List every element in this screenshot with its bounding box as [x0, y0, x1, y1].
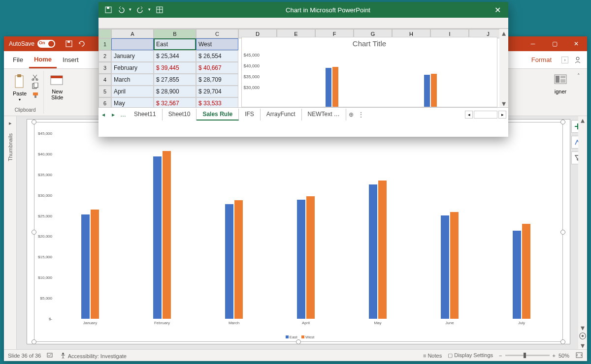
slide-canvas[interactable]: Chart Title $-$5,000$10,000$15,000$20,00… — [27, 119, 570, 344]
svg-point-18 — [62, 353, 64, 355]
tab-insert[interactable]: Insert — [58, 52, 84, 67]
chart-legend[interactable]: East West — [34, 335, 562, 339]
svg-rect-4 — [17, 74, 21, 77]
designer-button[interactable]: igner — [552, 73, 569, 95]
zoom-out-icon[interactable]: − — [499, 353, 502, 359]
tab-file[interactable]: File — [8, 52, 28, 67]
scroll-down-icon[interactable]: ▾ — [578, 324, 587, 332]
zoom-in-icon[interactable]: + — [553, 353, 556, 359]
excel-data-window: ▾ ▾ Chart in Microsoft PowerPoint ✕ ABC1… — [98, 2, 508, 137]
paste-button[interactable]: Paste ▾ — [11, 73, 29, 103]
zoom-level: 50% — [558, 353, 569, 359]
autosave-toggle[interactable]: AutoSave — [4, 40, 60, 48]
chart-object[interactable]: Chart Title $-$5,000$10,000$15,000$20,00… — [34, 122, 563, 342]
new-slide-button[interactable]: New Slide — [48, 73, 66, 101]
sheet-tab[interactable]: Sales Rule — [197, 109, 239, 121]
resize-handle[interactable] — [32, 120, 36, 124]
resize-handle[interactable] — [560, 230, 565, 235]
undo-icon[interactable] — [117, 6, 126, 14]
clipboard-group: Paste ▾ Clipboard — [7, 71, 44, 114]
resize-handle[interactable] — [560, 120, 565, 124]
collapse-ribbon-button[interactable]: ˄ — [573, 71, 584, 114]
accessibility-status[interactable]: Accessibility: Investigate — [60, 352, 127, 359]
minimize-button[interactable]: ─ — [522, 40, 544, 47]
excel-title: Chart in Microsoft PowerPoint — [169, 6, 487, 14]
svg-rect-8 — [34, 83, 38, 88]
embedded-mini-chart[interactable]: Chart Title $45,000$40,000$35,000$30,000 — [241, 37, 497, 107]
copy-icon[interactable] — [32, 83, 39, 90]
excel-body: ABC1EastWest2January$ 25,344$ 26,5543Feb… — [98, 29, 508, 107]
sheet-tab[interactable]: NEWText … — [302, 109, 346, 121]
save-icon[interactable] — [104, 6, 112, 14]
svg-rect-16 — [560, 79, 565, 83]
svg-rect-17 — [47, 353, 52, 357]
ribbon-options-button[interactable]: › — [561, 57, 568, 63]
chart-plot-area[interactable]: $-$5,000$10,000$15,000$20,000$25,000$30,… — [54, 133, 558, 319]
autosave-label: AutoSave — [9, 40, 34, 47]
refresh-icon[interactable] — [78, 40, 86, 48]
format-painter-icon[interactable] — [32, 91, 39, 98]
resize-handle[interactable] — [296, 339, 301, 344]
svg-rect-14 — [556, 76, 559, 83]
designer-label: igner — [555, 89, 566, 94]
sheet-tab[interactable]: ArrayFunct — [261, 109, 302, 121]
save-icon[interactable] — [65, 40, 73, 48]
sheet-nav-first[interactable]: ◂ — [98, 111, 108, 118]
svg-rect-21 — [107, 7, 109, 9]
resize-handle[interactable] — [560, 339, 565, 344]
mini-chart-title: Chart Title — [242, 37, 497, 50]
paste-label: Paste — [13, 91, 27, 96]
tab-home[interactable]: Home — [29, 52, 57, 68]
clipboard-label: Clipboard — [15, 107, 36, 114]
worksheet-grid[interactable]: ABC1EastWest2January$ 25,344$ 26,5543Feb… — [98, 29, 238, 107]
sheet-nav-prev[interactable]: ▸ — [108, 111, 118, 118]
zoom-slider[interactable] — [505, 355, 550, 356]
excel-titlebar[interactable]: ▾ ▾ Chart in Microsoft PowerPoint ✕ — [98, 2, 508, 18]
svg-rect-19 — [576, 353, 582, 358]
slide-counter: Slide 36 of 36 — [8, 353, 41, 359]
table-icon[interactable] — [156, 6, 164, 14]
vertical-scrollbar[interactable]: ▴ ▾ ⦿ ▾ — [578, 116, 587, 349]
excel-vscroll[interactable]: ▴▾ — [499, 29, 508, 107]
resize-handle[interactable] — [32, 339, 36, 344]
prev-slide-icon[interactable]: ⦿ — [578, 332, 587, 341]
svg-rect-10 — [34, 95, 36, 98]
fit-slide-icon[interactable] — [575, 351, 583, 360]
maximize-button[interactable]: ▢ — [544, 40, 565, 47]
next-slide-icon[interactable]: ▾ — [578, 341, 587, 349]
legend-east: East — [290, 335, 297, 339]
excel-close-button[interactable]: ✕ — [487, 5, 508, 15]
sheet-options-icon[interactable]: ⋮ — [356, 111, 366, 118]
scroll-up-icon[interactable]: ▴ — [578, 116, 587, 124]
spellcheck-icon[interactable] — [47, 352, 54, 360]
redo-icon[interactable] — [136, 6, 145, 14]
sheet-tab[interactable]: Sheet11 — [128, 109, 163, 121]
resize-handle[interactable] — [32, 230, 36, 235]
add-sheet-button[interactable]: ⊕ — [346, 111, 356, 118]
svg-rect-12 — [51, 76, 63, 78]
cut-icon[interactable] — [32, 74, 39, 81]
svg-point-2 — [576, 57, 579, 60]
notes-button[interactable]: ≡ Notes — [423, 353, 442, 359]
status-bar: Slide 36 of 36 Accessibility: Investigat… — [4, 349, 587, 361]
designer-group: igner — [548, 71, 573, 114]
sheet-tabs: ◂ ▸ … Sheet11Sheet10Sales RuleIFSArrayFu… — [98, 107, 508, 121]
display-settings-button[interactable]: ▢ Display Settings — [448, 352, 493, 359]
svg-rect-15 — [560, 76, 565, 78]
svg-rect-1 — [67, 41, 70, 43]
zoom-control[interactable]: − + 50% — [499, 353, 569, 359]
sheet-nav-more[interactable]: … — [118, 111, 128, 118]
sheet-tab[interactable]: IFS — [239, 109, 261, 121]
excel-ribbon-strip — [98, 18, 508, 29]
new-slide-label: New Slide — [51, 89, 63, 100]
share-icon[interactable] — [573, 56, 583, 64]
close-button[interactable]: ✕ — [565, 40, 587, 47]
autosave-switch[interactable] — [37, 40, 55, 48]
worksheet-extended: DEFGHIJ Chart Title $45,000$40,000$35,00… — [238, 29, 508, 107]
thumbnails-pane[interactable]: ▸ Thumbnails — [4, 116, 17, 349]
sheet-tab[interactable]: Sheet10 — [163, 109, 197, 121]
expand-thumbnails-icon[interactable]: ▸ — [9, 120, 12, 126]
thumbnails-label: Thumbnails — [7, 133, 13, 161]
excel-hscroll[interactable]: ◂▸ — [366, 111, 508, 119]
tab-format[interactable]: Format — [526, 52, 557, 67]
